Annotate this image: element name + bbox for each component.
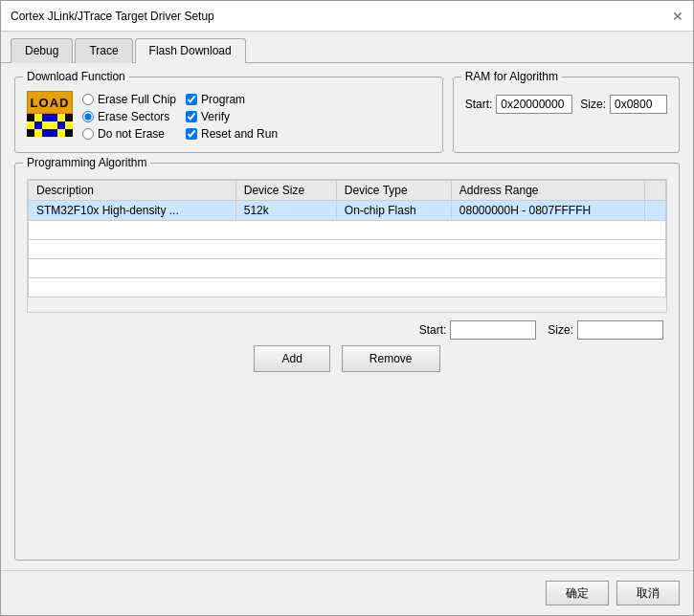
- footer: 确定 取消: [1, 570, 693, 615]
- download-function-group: Download Function LOAD: [14, 77, 443, 153]
- cell-description: STM32F10x High-density ...: [29, 201, 236, 221]
- load-text: LOAD: [27, 91, 73, 114]
- tab-debug-label: Debug: [25, 44, 58, 57]
- prog-start-input[interactable]: [450, 320, 536, 340]
- cell-device-type: On-chip Flash: [336, 201, 451, 221]
- download-function-legend: Download Function: [23, 70, 129, 83]
- col-description: Description: [29, 181, 236, 201]
- tab-flash-download[interactable]: Flash Download: [135, 38, 246, 63]
- radio-do-not-erase-input[interactable]: [82, 128, 94, 140]
- check-reset-run-input[interactable]: [186, 128, 197, 140]
- cell-extra: [644, 201, 665, 221]
- options-check-group: Program Verify Reset and Run: [186, 93, 278, 141]
- prog-size-input[interactable]: [577, 320, 663, 340]
- table-row[interactable]: STM32F10x High-density ... 512k On-chip …: [29, 201, 666, 221]
- tab-bar: Debug Trace Flash Download: [1, 32, 693, 63]
- prog-size-label: Size:: [548, 323, 573, 337]
- check-program-label: Program: [201, 93, 245, 106]
- confirm-button[interactable]: 确定: [546, 581, 609, 605]
- prog-algorithm-legend: Programming Algorithm: [23, 156, 150, 169]
- ram-size-field-group: Size:: [580, 95, 667, 114]
- cancel-button[interactable]: 取消: [616, 581, 680, 605]
- title-bar: Cortex JLink/JTrace Target Driver Setup …: [1, 1, 693, 32]
- radio-erase-full-chip-label: Erase Full Chip: [98, 93, 176, 106]
- prog-table-container: Description Device Size Device Type Addr…: [27, 179, 667, 313]
- ram-size-input[interactable]: [610, 95, 667, 114]
- main-window: Cortex JLink/JTrace Target Driver Setup …: [0, 0, 694, 616]
- erase-radio-group: Erase Full Chip Erase Sectors Do not Era…: [82, 93, 176, 141]
- close-button[interactable]: ✕: [672, 9, 683, 24]
- check-verify-input[interactable]: [186, 111, 197, 122]
- tab-debug[interactable]: Debug: [11, 38, 73, 63]
- prog-start-label: Start:: [419, 323, 447, 337]
- top-row: Download Function LOAD: [14, 77, 680, 153]
- radio-do-not-erase[interactable]: Do not Erase: [82, 127, 176, 141]
- load-bottom-pixels: [27, 114, 73, 137]
- tab-trace-label: Trace: [89, 44, 118, 57]
- main-content: Download Function LOAD: [1, 63, 693, 570]
- prog-start-field: Start:: [419, 320, 537, 340]
- ram-algorithm-legend: RAM for Algorithm: [461, 70, 562, 83]
- prog-inner: Description Device Size Device Type Addr…: [27, 179, 667, 340]
- radio-do-not-erase-label: Do not Erase: [98, 127, 165, 141]
- ram-algorithm-group: RAM for Algorithm Start: Size:: [453, 77, 680, 153]
- tab-flash-download-label: Flash Download: [149, 44, 232, 57]
- radio-erase-sectors-input[interactable]: [82, 111, 94, 122]
- col-extra: [644, 181, 665, 201]
- check-program-input[interactable]: [186, 94, 197, 105]
- ram-start-label: Start:: [465, 98, 493, 111]
- remove-button[interactable]: Remove: [342, 345, 440, 372]
- programming-algorithm-group: Programming Algorithm Description Device…: [14, 163, 680, 561]
- radio-erase-full-chip[interactable]: Erase Full Chip: [82, 93, 176, 106]
- prog-bottom-row: Start: Size:: [27, 320, 667, 340]
- ram-start-input[interactable]: [496, 95, 572, 114]
- radio-erase-sectors[interactable]: Erase Sectors: [82, 110, 176, 123]
- download-function-inner: LOAD: [27, 91, 431, 141]
- ram-start-field-group: Start:: [465, 95, 573, 114]
- col-device-type: Device Type: [336, 181, 451, 201]
- radio-erase-full-chip-input[interactable]: [82, 94, 94, 105]
- add-button[interactable]: Add: [254, 345, 329, 372]
- col-address-range: Address Range: [451, 181, 644, 201]
- tab-trace[interactable]: Trace: [75, 38, 132, 63]
- ram-size-label: Size:: [580, 98, 606, 111]
- check-verify[interactable]: Verify: [186, 110, 278, 123]
- check-verify-label: Verify: [201, 110, 230, 123]
- check-reset-run-label: Reset and Run: [201, 127, 278, 141]
- check-reset-run[interactable]: Reset and Run: [186, 127, 278, 141]
- prog-table: Description Device Size Device Type Addr…: [28, 180, 666, 297]
- cell-device-size: 512k: [235, 201, 336, 221]
- prog-size-field: Size:: [548, 320, 663, 340]
- col-device-size: Device Size: [235, 181, 336, 201]
- radio-erase-sectors-label: Erase Sectors: [98, 110, 169, 123]
- cell-address-range: 08000000H - 0807FFFFH: [451, 201, 644, 221]
- window-title: Cortex JLink/JTrace Target Driver Setup: [11, 10, 214, 23]
- table-header-row: Description Device Size Device Type Addr…: [29, 181, 666, 201]
- check-program[interactable]: Program: [186, 93, 278, 106]
- ram-inner: Start: Size:: [465, 95, 667, 114]
- load-icon: LOAD: [27, 91, 73, 137]
- action-row: Add Remove: [27, 345, 667, 376]
